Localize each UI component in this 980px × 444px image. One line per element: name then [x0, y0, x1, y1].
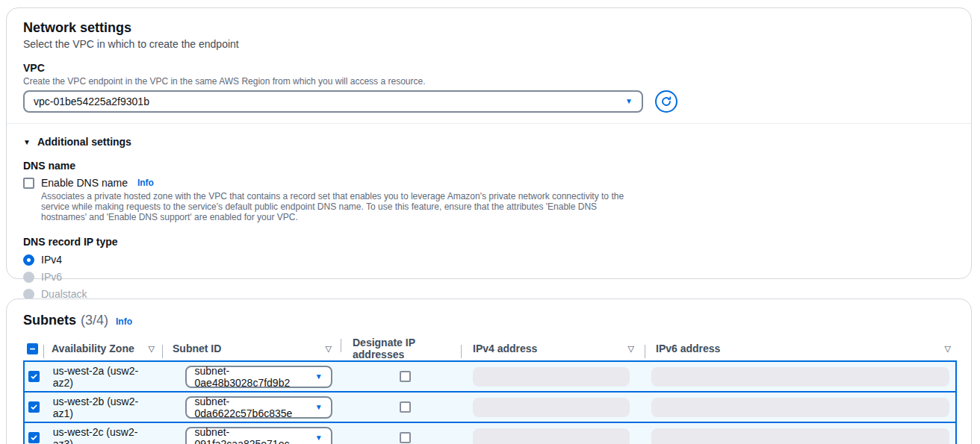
enable-dns-label: Enable DNS name — [41, 177, 128, 189]
radio-selected-icon[interactable] — [23, 254, 34, 266]
column-header-subnet-id[interactable]: Subnet ID ▽ — [162, 343, 341, 354]
filter-icon[interactable]: ▽ — [628, 344, 634, 354]
subnets-table: Availability Zone ▽ Subnet ID ▽ Designat… — [7, 340, 971, 444]
ipv6-address-input-disabled — [651, 367, 949, 387]
filter-icon[interactable]: ▽ — [945, 344, 951, 354]
radio-label: IPv4 — [41, 254, 62, 266]
caret-down-icon: ▼ — [23, 138, 31, 146]
row-checkbox[interactable] — [28, 401, 40, 413]
radio-label: IPv6 — [41, 271, 62, 283]
table-row: us-west-2a (usw2-az2) subnet-0ae48b3028c… — [23, 360, 957, 393]
column-header-ipv6-address[interactable]: IPv6 address ▽ — [645, 343, 957, 354]
ipv6-address-input-disabled — [651, 428, 949, 444]
radio-disabled-icon — [23, 272, 34, 283]
chevron-down-icon: ▼ — [315, 373, 323, 381]
column-header-label: Subnet ID — [173, 343, 221, 354]
ipv4-address-input-disabled — [473, 398, 630, 417]
table-row: us-west-2b (usw2-az1) subnet-0da6622c57b… — [23, 391, 957, 423]
panel-subtitle: Select the VPC in which to create the en… — [23, 38, 953, 50]
column-header-availability-zone[interactable]: Availability Zone ▽ — [43, 343, 162, 354]
subnets-info-link[interactable]: Info — [116, 316, 132, 327]
ipv6-address-input-disabled — [651, 398, 949, 417]
chevron-down-icon: ▼ — [315, 404, 323, 411]
filter-icon[interactable]: ▽ — [326, 344, 332, 354]
refresh-icon — [660, 96, 672, 107]
availability-zone-cell: us-west-2c (usw2-az3) — [45, 426, 163, 444]
subnet-id-select[interactable]: subnet-0da6622c57b6c835e ▼ — [185, 396, 332, 419]
enable-dns-info-link[interactable]: Info — [137, 178, 154, 188]
subnets-panel: Subnets (3/4) Info Availability Zone ▽ S… — [6, 298, 972, 444]
network-settings-panel: Network settings Select the VPC in which… — [6, 7, 972, 279]
designate-ip-checkbox[interactable] — [400, 401, 411, 413]
radio-option-ipv6: IPv6 — [23, 271, 953, 283]
chevron-down-icon: ▼ — [625, 98, 633, 105]
vpc-description: Create the VPC endpoint in the VPC in th… — [23, 76, 953, 87]
row-checkbox[interactable] — [28, 432, 40, 443]
dns-name-label: DNS name — [23, 160, 953, 172]
row-checkbox[interactable] — [28, 371, 40, 382]
subnet-id-select[interactable]: subnet-0ae48b3028c7fd9b2 ▼ — [185, 366, 332, 388]
vpc-label: VPC — [23, 62, 953, 74]
designate-ip-checkbox[interactable] — [400, 371, 411, 382]
column-header-label: Availability Zone — [52, 343, 134, 354]
column-header-ipv4-address[interactable]: IPv4 address ▽ — [461, 343, 645, 354]
page-title: Network settings — [23, 19, 953, 37]
ipv4-address-input-disabled — [473, 367, 630, 387]
filter-icon[interactable]: ▽ — [149, 344, 155, 354]
column-header-label: IPv6 address — [656, 343, 720, 354]
ipv4-address-input-disabled — [473, 428, 630, 444]
vpc-select[interactable]: vpc-01be54225a2f9301b ▼ — [23, 90, 643, 113]
refresh-button[interactable] — [655, 90, 677, 113]
table-header-row: Availability Zone ▽ Subnet ID ▽ Designat… — [23, 340, 957, 357]
subnet-id-value: subnet-0da6622c57b6c835e — [195, 395, 315, 419]
table-row: us-west-2c (usw2-az3) subnet-091fa2caa82… — [23, 422, 957, 444]
radio-option-ipv4[interactable]: IPv4 — [23, 254, 953, 266]
additional-settings-label: Additional settings — [37, 136, 131, 148]
subnet-id-select[interactable]: subnet-091fa2caa825e71ec ▼ — [185, 427, 332, 444]
subnets-counter: (3/4) — [81, 313, 108, 328]
subnet-id-value: subnet-0ae48b3028c7fd9b2 — [195, 365, 315, 389]
chevron-down-icon: ▼ — [315, 434, 323, 442]
designate-ip-checkbox[interactable] — [400, 432, 411, 443]
vpc-select-value: vpc-01be54225a2f9301b — [34, 96, 149, 107]
dns-record-ip-type-label: DNS record IP type — [23, 236, 953, 248]
subnet-id-value: subnet-091fa2caa825e71ec — [195, 426, 315, 444]
select-all-checkbox[interactable] — [27, 343, 38, 354]
column-header-label: IPv4 address — [473, 343, 537, 354]
additional-settings-expander[interactable]: ▼ Additional settings — [23, 136, 953, 148]
column-header-designate-ip: Designate IP addresses — [341, 337, 461, 360]
availability-zone-cell: us-west-2b (usw2-az1) — [45, 395, 163, 419]
enable-dns-checkbox[interactable] — [23, 178, 34, 189]
availability-zone-cell: us-west-2a (usw2-az2) — [45, 365, 163, 389]
enable-dns-description: Associates a private hosted zone with th… — [41, 191, 643, 222]
column-header-label: Designate IP addresses — [353, 337, 461, 360]
subnets-title: Subnets — [23, 311, 76, 329]
